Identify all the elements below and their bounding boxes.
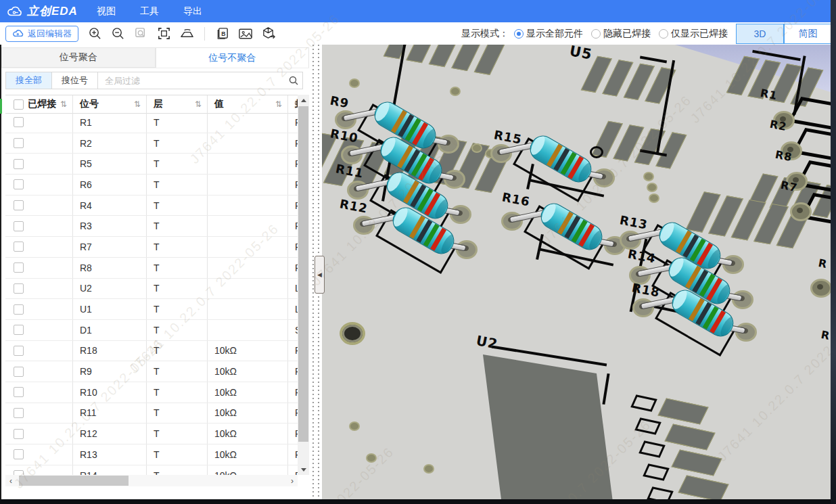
tab-1[interactable]: 位号不聚合 bbox=[156, 47, 310, 68]
cell-package-clipped: R bbox=[287, 237, 298, 257]
scroll-down-button[interactable] bbox=[298, 464, 309, 475]
back-to-editor-button[interactable]: 返回编辑器 bbox=[5, 26, 78, 42]
collapse-arrow-icon: ◀ bbox=[317, 271, 322, 278]
export-bom-icon[interactable]: B bbox=[214, 26, 231, 42]
cell-package-clipped: R bbox=[287, 465, 298, 475]
view-button-3D[interactable]: 3D bbox=[737, 24, 784, 43]
menu-item-2[interactable]: 导出 bbox=[183, 5, 202, 18]
cell-soldered bbox=[5, 112, 72, 133]
search-mode-1[interactable]: 搜位号 bbox=[51, 72, 98, 89]
sort-icon[interactable]: ⇅ bbox=[134, 99, 141, 109]
zoom-selection-icon[interactable] bbox=[133, 26, 149, 42]
display-mode-radio-0[interactable]: 显示全部元件 bbox=[514, 28, 583, 40]
table-row[interactable]: R5TR bbox=[5, 154, 298, 175]
table-row[interactable]: U2TL bbox=[5, 279, 298, 300]
table-row[interactable]: R10T10kΩR bbox=[5, 382, 298, 403]
pcb-3d-viewport[interactable]: U5R9R10R11R12R15R16R13R14R18U2R1R2R8R7RR bbox=[322, 45, 831, 499]
select-all-checkbox[interactable] bbox=[14, 99, 24, 110]
through-hole-pad bbox=[810, 279, 831, 298]
table-row[interactable]: D1TS bbox=[5, 320, 298, 341]
row-checkbox[interactable] bbox=[14, 159, 24, 169]
table-row[interactable]: R3TR bbox=[5, 216, 298, 237]
ic-pad bbox=[474, 45, 510, 75]
window-bottom-edge bbox=[0, 499, 836, 504]
row-checkbox[interactable] bbox=[14, 304, 24, 315]
row-checkbox[interactable] bbox=[14, 387, 24, 397]
menu-item-1[interactable]: 工具 bbox=[140, 5, 159, 18]
row-checkbox[interactable] bbox=[14, 470, 24, 475]
row-checkbox[interactable] bbox=[14, 262, 24, 273]
table-row[interactable]: R2TR bbox=[5, 133, 298, 154]
panel-splitter[interactable]: ◀ bbox=[310, 45, 322, 499]
header-designator-label: 位号 bbox=[80, 98, 99, 110]
display-mode-radio-2[interactable]: 仅显示已焊接 bbox=[659, 28, 728, 40]
cell-value bbox=[207, 133, 287, 154]
row-checkbox[interactable] bbox=[14, 429, 24, 439]
table-row[interactable]: R14T10kΩR bbox=[5, 465, 298, 475]
display-mode-radio-1[interactable]: 隐藏已焊接 bbox=[591, 28, 651, 40]
view-button-简图[interactable]: 简图 bbox=[784, 24, 831, 43]
table-row[interactable]: R11T10kΩR bbox=[5, 403, 298, 424]
row-checkbox[interactable] bbox=[14, 242, 24, 252]
row-checkbox[interactable] bbox=[14, 325, 24, 335]
ic-pad-row bbox=[390, 45, 511, 77]
flip-board-icon[interactable] bbox=[179, 26, 195, 42]
row-checkbox[interactable] bbox=[14, 200, 24, 210]
search-mode-0[interactable]: 搜全部 bbox=[5, 72, 52, 89]
table-row[interactable]: R9T10kΩR bbox=[5, 361, 298, 382]
scroll-left-button[interactable]: ‹ bbox=[5, 475, 16, 486]
horizontal-scroll-thumb[interactable] bbox=[19, 476, 129, 486]
zoom-out-icon[interactable] bbox=[110, 26, 126, 42]
cell-designator: R2 bbox=[72, 133, 146, 154]
cell-value bbox=[207, 196, 287, 216]
sort-icon[interactable]: ⇅ bbox=[275, 99, 282, 109]
table-row[interactable]: R12T10kΩR bbox=[5, 423, 298, 444]
search-row: 搜全部搜位号 bbox=[5, 72, 303, 89]
row-checkbox[interactable] bbox=[14, 117, 24, 127]
table-row[interactable]: R7TR bbox=[5, 237, 298, 258]
cell-designator: R1 bbox=[72, 112, 146, 133]
horizontal-scrollbar[interactable]: ‹ › bbox=[5, 475, 298, 486]
row-checkbox[interactable] bbox=[14, 449, 24, 459]
zoom-in-icon[interactable] bbox=[87, 26, 103, 42]
collapse-panel-handle[interactable]: ◀ bbox=[315, 256, 325, 294]
row-checkbox[interactable] bbox=[14, 408, 24, 418]
sort-icon[interactable]: ⇅ bbox=[195, 99, 202, 109]
table-row[interactable]: R4TR bbox=[5, 196, 298, 216]
cell-value bbox=[207, 237, 287, 257]
scroll-up-button[interactable] bbox=[298, 95, 309, 106]
tab-0[interactable]: 位号聚合 bbox=[1, 47, 156, 68]
pcb-ref-label: R bbox=[817, 256, 829, 271]
global-filter-input[interactable] bbox=[97, 72, 303, 89]
display-mode-bar: 显示模式： 显示全部元件隐藏已焊接仅显示已焊接 3D简图 bbox=[461, 24, 836, 44]
menu-item-0[interactable]: 视图 bbox=[97, 5, 116, 18]
scroll-right-button[interactable]: › bbox=[287, 475, 298, 486]
table-row[interactable]: R18T10kΩR bbox=[5, 341, 298, 362]
vertical-scrollbar[interactable] bbox=[298, 95, 309, 475]
table-row[interactable]: U1TL bbox=[5, 299, 298, 320]
cell-layer: T bbox=[146, 196, 207, 216]
pcb-ref-label: R16 bbox=[501, 189, 531, 209]
cell-package-clipped: L bbox=[287, 299, 298, 319]
cell-designator: D1 bbox=[72, 320, 146, 340]
cell-soldered bbox=[5, 279, 72, 299]
row-checkbox[interactable] bbox=[14, 138, 24, 148]
vertical-scroll-thumb[interactable] bbox=[298, 106, 308, 442]
row-checkbox[interactable] bbox=[14, 346, 24, 356]
search-icon[interactable] bbox=[288, 75, 299, 86]
sort-icon[interactable]: ⇅ bbox=[60, 99, 67, 109]
export-image-icon[interactable] bbox=[237, 26, 254, 42]
row-checkbox[interactable] bbox=[14, 283, 24, 294]
cell-layer: T bbox=[146, 258, 207, 278]
table-row[interactable]: R6TR bbox=[5, 175, 298, 196]
row-checkbox[interactable] bbox=[14, 367, 24, 377]
table-row[interactable]: R1TR bbox=[5, 112, 298, 133]
tool-icon-group: B bbox=[87, 26, 277, 42]
export-3d-icon[interactable] bbox=[260, 26, 277, 42]
cell-soldered bbox=[5, 216, 72, 236]
fit-view-icon[interactable] bbox=[156, 26, 172, 42]
row-checkbox[interactable] bbox=[14, 179, 24, 189]
table-row[interactable]: R13T10kΩR bbox=[5, 444, 298, 465]
row-checkbox[interactable] bbox=[14, 221, 24, 231]
table-row[interactable]: R8TR bbox=[5, 258, 298, 279]
